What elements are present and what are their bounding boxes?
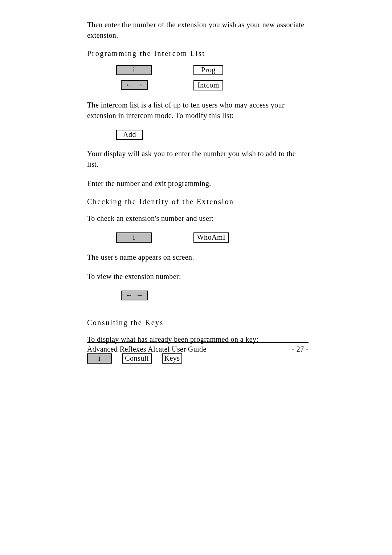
add-softkey: Add bbox=[116, 130, 143, 140]
paragraph: Then enter the number of the extension y… bbox=[87, 20, 305, 41]
whoami-softkey: WhoAmI bbox=[193, 232, 229, 243]
arrow-keys-shaded: ← → bbox=[121, 80, 148, 90]
i-key-shaded: i bbox=[116, 65, 152, 75]
keys-softkey: Keys bbox=[162, 353, 182, 364]
prog-softkey: Prog bbox=[193, 65, 223, 75]
footer-title: Advanced Reflexes Alcatel User Guide bbox=[87, 345, 207, 353]
i-key-shaded: i bbox=[116, 232, 152, 243]
i-key-shaded: i bbox=[87, 353, 112, 364]
document-page: Then enter the number of the extension y… bbox=[0, 0, 392, 555]
section-heading: Checking the Identity of the Extension bbox=[87, 198, 305, 206]
paragraph: To view the extension number: bbox=[87, 271, 305, 282]
page-footer: Advanced Reflexes Alcatel User Guide - 2… bbox=[87, 342, 309, 353]
section-heading: Consulting the Keys bbox=[87, 319, 305, 327]
paragraph: Enter the number and exit programming. bbox=[87, 178, 305, 189]
intcom-softkey: Intcom bbox=[193, 80, 223, 90]
page-number: - 27 - bbox=[292, 345, 309, 353]
key-row: i WhoAmI bbox=[87, 232, 305, 243]
key-row: i Consult Keys bbox=[87, 353, 305, 364]
footer-rule bbox=[87, 342, 309, 343]
key-row: i Prog bbox=[87, 65, 305, 75]
paragraph: The intercom list is a list of up to ten… bbox=[87, 100, 305, 121]
paragraph: The user's name appears on screen. bbox=[87, 252, 305, 263]
arrow-keys-shaded: ← → bbox=[121, 291, 148, 300]
paragraph: Your display will ask you to enter the n… bbox=[87, 149, 305, 170]
section-heading: Programming the Intercom List bbox=[87, 49, 305, 58]
key-row: ← → bbox=[121, 291, 305, 300]
consult-softkey: Consult bbox=[122, 353, 152, 364]
key-row: Add bbox=[116, 130, 305, 140]
key-row: ← → Intcom bbox=[87, 80, 305, 90]
paragraph: To check an extension's number and user: bbox=[87, 213, 305, 224]
